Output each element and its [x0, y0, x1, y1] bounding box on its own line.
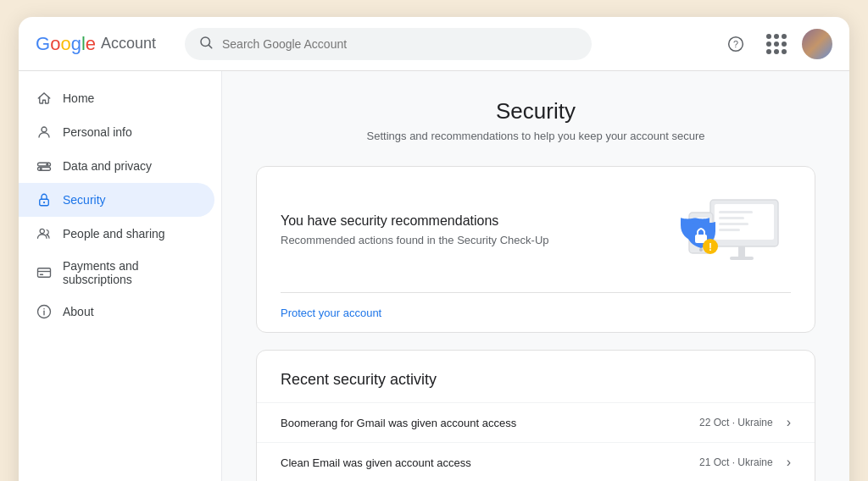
app-window: Google Account ? [19, 17, 849, 481]
search-input[interactable] [222, 37, 578, 51]
sidebar-label-security: Security [63, 193, 106, 207]
sidebar-item-data-privacy[interactable]: Data and privacy [19, 149, 214, 183]
activity-text-1: Clean Email was given account access [281, 456, 699, 469]
activity-meta-0: 22 Oct · Ukraine [699, 417, 773, 428]
activity-row-0[interactable]: Boomerang for Gmail was given account ac… [257, 402, 815, 442]
sidebar-label-home: Home [63, 91, 94, 105]
sidebar-item-payments[interactable]: Payments and subscriptions [19, 251, 214, 295]
svg-rect-19 [715, 204, 774, 240]
search-bar[interactable] [185, 28, 592, 60]
activity-text-0: Boomerang for Gmail was given account ac… [281, 417, 699, 429]
sidebar-item-home[interactable]: Home [19, 81, 214, 115]
svg-rect-24 [719, 223, 748, 225]
recent-activity-card: Recent security activity Boomerang for G… [256, 350, 815, 481]
sidebar-label-data-privacy: Data and privacy [63, 159, 152, 173]
sidebar: Home Personal info Data and privacy [19, 71, 222, 481]
page-subtitle: Settings and recommendations to help you… [256, 130, 815, 142]
sidebar-item-people-sharing[interactable]: People and sharing [19, 217, 214, 251]
person-icon [36, 124, 53, 141]
chevron-icon-0: › [787, 415, 791, 430]
security-illustration: ! [638, 187, 791, 272]
protect-account-link-row: Protect your account [257, 293, 815, 332]
apps-button[interactable] [761, 29, 792, 59]
svg-rect-25 [719, 229, 740, 231]
protect-account-link[interactable]: Protect your account [281, 307, 381, 319]
help-button[interactable]: ? [721, 29, 751, 59]
svg-rect-20 [738, 246, 745, 257]
home-icon [36, 90, 53, 107]
svg-text:!: ! [709, 241, 712, 253]
activity-section-title: Recent security activity [257, 351, 815, 402]
svg-rect-22 [719, 211, 753, 213]
svg-point-7 [46, 163, 48, 166]
apps-grid-icon [766, 34, 787, 54]
security-rec-content: You have security recommendations Recomm… [257, 167, 815, 292]
activity-row-1[interactable]: Clean Email was given account access 21 … [257, 442, 815, 481]
security-rec-description: Recommended actions found in the Securit… [281, 234, 549, 246]
svg-rect-23 [719, 217, 744, 219]
svg-point-11 [40, 229, 44, 233]
sidebar-item-personal-info[interactable]: Personal info [19, 115, 214, 149]
activity-meta-1: 21 Oct · Ukraine [699, 456, 773, 468]
body: Home Personal info Data and privacy [19, 71, 849, 481]
svg-point-17 [43, 308, 45, 310]
svg-rect-12 [38, 268, 51, 278]
sidebar-label-payments: Payments and subscriptions [63, 259, 198, 286]
people-icon [36, 225, 53, 242]
info-icon [36, 303, 53, 320]
svg-point-28 [699, 248, 703, 252]
svg-point-4 [42, 127, 47, 132]
toggle-icon [36, 158, 53, 174]
chevron-icon-1: › [787, 455, 791, 470]
avatar[interactable] [802, 29, 832, 59]
google-logo: Google Account [36, 33, 171, 55]
search-icon [198, 35, 214, 53]
lock-icon [36, 191, 53, 208]
svg-line-1 [209, 45, 211, 47]
security-rec-heading: You have security recommendations [281, 213, 549, 229]
svg-point-8 [40, 168, 42, 170]
card-icon [36, 264, 53, 281]
svg-point-10 [43, 202, 45, 203]
header-right: ? [721, 29, 832, 59]
sidebar-label-people-sharing: People and sharing [63, 227, 165, 240]
security-rec-text: You have security recommendations Recomm… [281, 213, 549, 246]
sidebar-label-personal-info: Personal info [63, 125, 132, 139]
header: Google Account ? [19, 17, 849, 71]
svg-rect-21 [730, 257, 754, 260]
sidebar-item-security[interactable]: Security [19, 183, 214, 217]
sidebar-label-about: About [63, 305, 94, 318]
security-recommendations-card: You have security recommendations Recomm… [256, 166, 815, 333]
page-title: Security [256, 98, 815, 124]
main-content: Security Settings and recommendations to… [222, 71, 849, 481]
sidebar-item-about[interactable]: About [19, 295, 214, 329]
svg-text:?: ? [733, 39, 738, 49]
